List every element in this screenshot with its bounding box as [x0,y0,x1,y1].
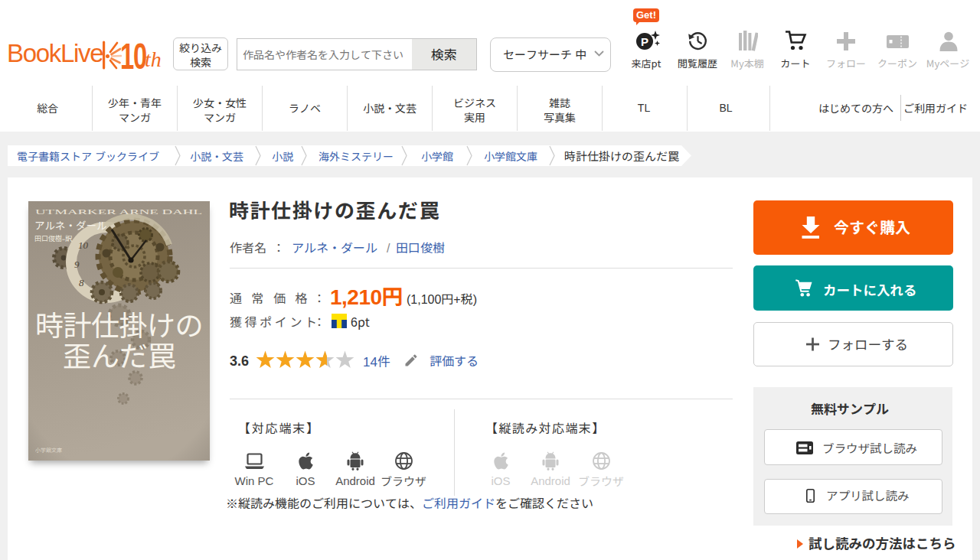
svg-text:歪んだ罠: 歪んだ罠 [63,334,176,375]
svg-text:8: 8 [79,277,84,288]
svg-text:10: 10 [78,239,89,251]
svg-text:小学館文庫: 小学館文庫 [35,446,62,454]
svg-text:9: 9 [74,259,80,270]
svg-text:アルネ・ダール: アルネ・ダール [34,217,107,233]
svg-text:UTMARKER ARNE DAHL: UTMARKER ARNE DAHL [35,209,202,216]
svg-text:P: P [641,35,648,48]
svg-text:田口俊樹=訳: 田口俊樹=訳 [34,233,73,243]
